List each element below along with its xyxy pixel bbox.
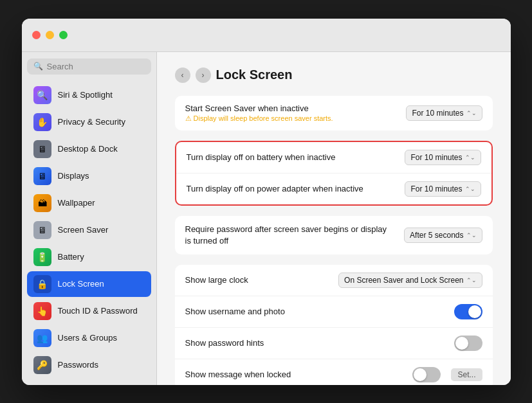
screensaver-dropdown[interactable]: For 10 minutes ⌃⌄ <box>406 105 482 121</box>
passwords-icon: 🔑 <box>33 356 51 374</box>
close-button[interactable] <box>32 31 41 39</box>
sidebar-item-lockscreen[interactable]: 🔒 Lock Screen <box>27 271 151 297</box>
screensaver-row: Start Screen Saver when inactive ⚠ Displ… <box>175 96 493 130</box>
screensaver-label-group: Start Screen Saver when inactive ⚠ Displ… <box>185 103 333 123</box>
chevron-up-down-icon: ⌃⌄ <box>465 186 475 192</box>
lockscreen-icon: 🔒 <box>33 275 51 293</box>
wallpaper-icon: 🏔 <box>33 194 51 212</box>
battery-row-label: Turn display off on battery when inactiv… <box>187 152 405 162</box>
battery-value: For 10 minutes <box>410 153 462 162</box>
nav-header: ‹ › Lock Screen <box>175 67 493 83</box>
sidebar-item-privacy[interactable]: ✋ Privacy & Security <box>27 109 151 135</box>
chevron-up-down-icon: ⌃⌄ <box>466 277 477 283</box>
password-section: Require password after screen saver begi… <box>175 216 493 255</box>
sidebar-item-desktop[interactable]: 🖥 Desktop & Dock <box>27 136 151 162</box>
search-icon: 🔍 <box>33 62 43 71</box>
sidebar-item-label: Privacy & Security <box>58 117 125 127</box>
display-off-section: Turn display off on battery when inactiv… <box>175 141 493 206</box>
sidebar-item-users[interactable]: 👥 Users & Groups <box>27 325 151 351</box>
sidebar-item-screensaver[interactable]: 🖥 Screen Saver <box>27 217 151 243</box>
chevron-up-down-icon: ⌃⌄ <box>466 232 477 238</box>
sidebar-item-label: Wallpaper <box>58 198 95 208</box>
power-row: Turn display off on power adapter when i… <box>176 174 491 204</box>
screensaver-value: For 10 minutes <box>412 109 463 118</box>
sidebar-item-label: Lock Screen <box>58 279 104 289</box>
sidebar-item-label: Users & Groups <box>58 333 117 343</box>
clock-row: Show large clock On Screen Saver and Loc… <box>175 265 493 296</box>
system-preferences-window: 🔍 🔍 Siri & Spotlight ✋ Privacy & Securit… <box>22 19 511 385</box>
main-panel: ‹ › Lock Screen Start Screen Saver when … <box>157 52 511 385</box>
clock-label: Show large clock <box>185 275 339 285</box>
username-toggle[interactable] <box>454 304 482 319</box>
password-dropdown[interactable]: After 5 seconds ⌃⌄ <box>404 228 482 243</box>
message-row: Show message when locked Set... <box>175 359 493 385</box>
sidebar-item-passwords[interactable]: 🔑 Passwords <box>27 352 151 378</box>
titlebar <box>22 19 511 52</box>
hints-label: Show password hints <box>185 338 454 348</box>
sidebar-item-label: Desktop & Dock <box>58 144 118 154</box>
displays-icon: 🖥 <box>33 167 51 185</box>
screensaver-icon: 🖥 <box>33 221 51 239</box>
sidebar-item-label: Displays <box>58 171 89 181</box>
sidebar-item-wallpaper[interactable]: 🏔 Wallpaper <box>27 190 151 216</box>
forward-button[interactable]: › <box>196 67 211 83</box>
clock-dropdown[interactable]: On Screen Saver and Lock Screen ⌃⌄ <box>338 273 482 288</box>
username-row: Show username and photo <box>175 296 493 328</box>
battery-row: Turn display off on battery when inactiv… <box>176 142 491 174</box>
chevron-up-down-icon: ⌃⌄ <box>466 110 477 116</box>
users-icon: 👥 <box>33 329 51 347</box>
clock-value: On Screen Saver and Lock Screen <box>344 276 463 285</box>
page-title: Lock Screen <box>216 67 293 82</box>
toggle-thumb <box>455 337 468 350</box>
traffic-lights <box>32 31 68 39</box>
power-value: For 10 minutes <box>410 184 462 193</box>
set-message-button[interactable]: Set... <box>451 368 482 381</box>
sidebar-item-siri[interactable]: 🔍 Siri & Spotlight <box>27 82 151 108</box>
chevron-up-down-icon: ⌃⌄ <box>465 154 475 161</box>
power-dropdown[interactable]: For 10 minutes ⌃⌄ <box>405 181 481 197</box>
content-area: 🔍 🔍 Siri & Spotlight ✋ Privacy & Securit… <box>22 52 511 385</box>
display-options-section: Show large clock On Screen Saver and Loc… <box>175 265 493 385</box>
toggle-thumb <box>468 305 481 318</box>
username-label: Show username and photo <box>185 307 454 316</box>
sidebar-item-label: Siri & Spotlight <box>58 90 113 100</box>
privacy-icon: ✋ <box>33 113 51 131</box>
sidebar-item-label: Touch ID & Password <box>58 306 138 316</box>
hints-toggle[interactable] <box>454 336 482 351</box>
screensaver-label: Start Screen Saver when inactive <box>185 103 333 113</box>
siri-icon: 🔍 <box>33 86 51 104</box>
minimize-button[interactable] <box>46 31 54 39</box>
screensaver-warning: ⚠ Display will sleep before screen saver… <box>185 114 333 123</box>
sidebar-item-label: Screen Saver <box>58 225 109 235</box>
back-button[interactable]: ‹ <box>175 67 190 83</box>
sidebar-item-battery[interactable]: 🔋 Battery <box>27 244 151 270</box>
message-toggle[interactable] <box>412 367 441 382</box>
sidebar-item-touchid[interactable]: 👆 Touch ID & Password <box>27 298 151 324</box>
search-input[interactable] <box>47 62 145 71</box>
sidebar-item-label: Battery <box>58 252 84 262</box>
sidebar-item-displays[interactable]: 🖥 Displays <box>27 163 151 189</box>
maximize-button[interactable] <box>59 31 68 39</box>
toggle-thumb <box>414 368 427 381</box>
sidebar: 🔍 🔍 Siri & Spotlight ✋ Privacy & Securit… <box>22 52 157 385</box>
power-row-label: Turn display off on power adapter when i… <box>187 184 405 193</box>
touchid-icon: 👆 <box>33 302 51 320</box>
screensaver-section: Start Screen Saver when inactive ⚠ Displ… <box>175 96 493 130</box>
hints-row: Show password hints <box>175 328 493 359</box>
password-label: Require password after screen saver begi… <box>185 224 391 247</box>
desktop-icon: 🖥 <box>33 140 51 158</box>
password-value: After 5 seconds <box>410 231 463 240</box>
sidebar-item-label: Passwords <box>58 360 99 370</box>
battery-icon: 🔋 <box>33 248 51 266</box>
search-bar[interactable]: 🔍 <box>27 58 151 75</box>
password-row: Require password after screen saver begi… <box>175 216 493 255</box>
battery-dropdown[interactable]: For 10 minutes ⌃⌄ <box>405 150 481 165</box>
message-label: Show message when locked <box>185 370 413 379</box>
